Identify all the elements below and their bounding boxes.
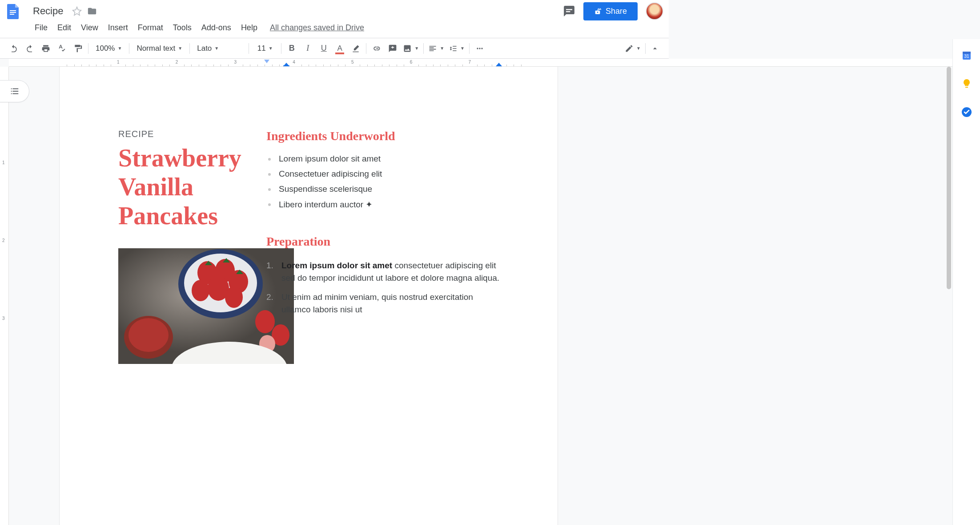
insert-comment-icon[interactable] bbox=[385, 41, 400, 56]
redo-icon[interactable] bbox=[22, 41, 37, 56]
comments-icon[interactable] bbox=[563, 5, 575, 17]
menu-insert[interactable]: Insert bbox=[104, 20, 133, 35]
insert-link-icon[interactable] bbox=[369, 41, 384, 56]
ingredient-item[interactable]: Lorem ipsum dolor sit amet bbox=[266, 151, 504, 166]
print-icon[interactable] bbox=[38, 41, 53, 56]
svg-point-12 bbox=[481, 48, 482, 49]
svg-point-23 bbox=[225, 287, 243, 308]
ingredient-item[interactable]: Libero interdum auctor ✦ bbox=[266, 197, 504, 212]
svg-rect-1 bbox=[10, 12, 16, 13]
svg-point-11 bbox=[479, 48, 480, 49]
highlight-icon[interactable] bbox=[348, 41, 363, 56]
menu-addons[interactable]: Add-ons bbox=[197, 20, 236, 35]
svg-rect-2 bbox=[10, 14, 14, 15]
ingredient-item[interactable]: Consectetuer adipiscing elit bbox=[266, 166, 504, 182]
spellcheck-icon[interactable] bbox=[54, 41, 69, 56]
toolbar: 100%▼ Normal text▼ Lato▼ 11▼ B I U A ▼ ▼… bbox=[0, 38, 669, 59]
insert-image-icon[interactable]: ▼ bbox=[401, 42, 421, 55]
svg-point-22 bbox=[192, 280, 209, 301]
doc-title-input[interactable]: Recipe bbox=[29, 4, 67, 18]
svg-point-25 bbox=[129, 318, 169, 352]
doc-eyebrow[interactable]: RECIPE bbox=[118, 129, 235, 139]
more-icon[interactable] bbox=[472, 41, 487, 56]
ingredient-item[interactable]: Suspendisse scelerisque bbox=[266, 182, 504, 197]
doc-title-heading[interactable]: Strawberry Vanilla Pancakes bbox=[118, 144, 235, 230]
step-item[interactable]: 1.Lorem ipsum dolor sit amet consectetue… bbox=[266, 257, 504, 288]
step-item[interactable]: 2.Ut enim ad minim veniam, quis nostrud … bbox=[266, 288, 504, 320]
svg-rect-0 bbox=[10, 10, 16, 11]
svg-point-6 bbox=[597, 12, 598, 13]
collapse-toolbar-icon[interactable] bbox=[647, 41, 663, 56]
editing-mode-dropdown[interactable]: ▼ bbox=[622, 42, 643, 55]
paragraph-style-dropdown[interactable]: Normal text▼ bbox=[132, 42, 187, 55]
vertical-ruler[interactable]: 1123 bbox=[0, 67, 9, 358]
menu-edit[interactable]: Edit bbox=[53, 20, 76, 35]
zoom-dropdown[interactable]: 100%▼ bbox=[91, 42, 126, 55]
paint-format-icon[interactable] bbox=[70, 41, 85, 56]
font-size-dropdown[interactable]: 11▼ bbox=[252, 42, 278, 55]
svg-rect-9 bbox=[391, 47, 394, 48]
svg-rect-3 bbox=[566, 9, 572, 10]
bold-icon[interactable]: B bbox=[284, 41, 299, 56]
share-button-label: Share bbox=[606, 7, 627, 16]
horizontal-ruler[interactable]: 1234567 bbox=[9, 59, 669, 67]
menu-file[interactable]: File bbox=[30, 20, 52, 35]
menu-tools[interactable]: Tools bbox=[169, 20, 196, 35]
text-color-icon[interactable]: A bbox=[332, 41, 347, 56]
align-icon[interactable]: ▼ bbox=[426, 42, 446, 55]
menu-help[interactable]: Help bbox=[237, 20, 262, 35]
docs-logo[interactable] bbox=[5, 3, 21, 19]
share-button[interactable]: Share bbox=[583, 2, 638, 20]
menu-view[interactable]: View bbox=[76, 20, 103, 35]
underline-icon[interactable]: U bbox=[316, 41, 331, 56]
svg-rect-13 bbox=[283, 65, 289, 66]
svg-point-10 bbox=[477, 48, 478, 49]
move-to-folder-icon[interactable] bbox=[87, 6, 97, 16]
save-status[interactable]: All changes saved in Drive bbox=[270, 23, 364, 32]
italic-icon[interactable]: I bbox=[300, 41, 315, 56]
preparation-heading[interactable]: Preparation bbox=[266, 234, 504, 249]
line-spacing-icon[interactable]: ▼ bbox=[447, 42, 466, 55]
svg-rect-4 bbox=[566, 11, 570, 12]
document-page[interactable]: RECIPE Strawberry Vanilla Pancakes bbox=[60, 67, 558, 358]
font-dropdown[interactable]: Lato▼ bbox=[193, 42, 246, 55]
undo-icon[interactable] bbox=[6, 41, 21, 56]
account-avatar[interactable] bbox=[646, 2, 663, 20]
star-icon[interactable] bbox=[72, 6, 82, 16]
ingredients-heading[interactable]: Ingredients Underworld bbox=[266, 129, 504, 143]
menu-format[interactable]: Format bbox=[133, 20, 168, 35]
